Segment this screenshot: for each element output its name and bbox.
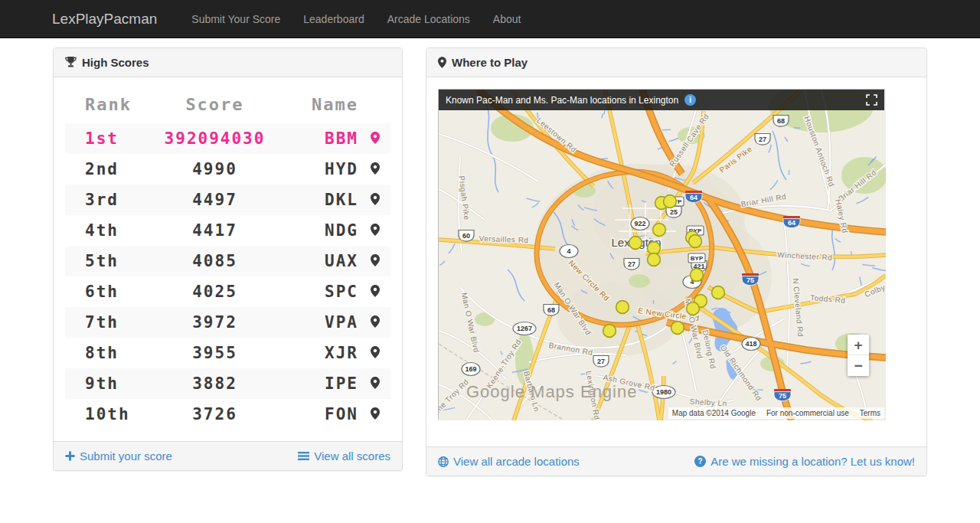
score-value: 392094030: [150, 123, 280, 154]
score-rank: 5th: [65, 246, 150, 276]
question-icon: ?: [694, 456, 706, 467]
nav-item[interactable]: Submit Your Score: [180, 0, 292, 38]
high-scores-column: High Scores Rank Score Name 1st392094030…: [41, 47, 414, 471]
score-name: FON: [280, 399, 364, 430]
map-canvas[interactable]: 6464757568276025274216827922444181267169…: [439, 90, 886, 420]
score-row: 8th3955XJR: [65, 338, 390, 368]
high-scores-body: Rank Score Name 1st392094030BBM2nd4990HY…: [54, 77, 402, 441]
svg-text:68: 68: [777, 117, 785, 125]
score-location-pin[interactable]: [371, 224, 380, 236]
arcade-location-marker[interactable]: [653, 224, 666, 237]
score-location-pin[interactable]: [371, 285, 380, 297]
arcade-location-marker[interactable]: [648, 253, 661, 266]
score-location-pin[interactable]: [371, 346, 380, 358]
svg-text:27: 27: [597, 358, 605, 365]
route-shield-27: 27: [593, 356, 609, 368]
score-rank: 8th: [65, 338, 150, 368]
score-row: 6th4025SPC: [65, 276, 390, 307]
arcade-location-marker[interactable]: [671, 322, 684, 335]
arcade-location-marker[interactable]: [629, 237, 642, 250]
score-value: 4025: [150, 276, 280, 307]
svg-text:418: 418: [745, 340, 756, 348]
route-shield-60: 60: [459, 230, 474, 242]
map-title-bar: Known Pac-Man and Ms. Pac-Man locations …: [439, 90, 884, 110]
score-name: BBM: [280, 123, 364, 154]
score-name: SPC: [280, 276, 364, 307]
score-value: 4417: [150, 215, 280, 246]
score-row: 9th3882IPE: [65, 368, 390, 399]
view-all-scores-link[interactable]: View all scores: [298, 449, 390, 463]
list-icon: [298, 451, 309, 461]
score-row: 3rd4497DKL: [65, 185, 390, 215]
arcade-location-marker[interactable]: [616, 301, 629, 314]
svg-text:60: 60: [462, 232, 470, 240]
arcade-location-marker[interactable]: [687, 302, 700, 315]
map-terms-link[interactable]: Terms: [860, 409, 880, 417]
view-locations-link[interactable]: View all arcade locations: [438, 455, 580, 468]
svg-text:?: ?: [698, 457, 703, 466]
high-scores-heading: High Scores: [54, 48, 402, 77]
arcade-location-marker[interactable]: [664, 195, 677, 208]
route-shield-418: 418: [742, 338, 760, 351]
arcade-location-marker[interactable]: [689, 235, 702, 248]
score-rank: 10th: [65, 399, 150, 430]
score-rank: 6th: [65, 276, 150, 307]
score-location-pin[interactable]: [371, 132, 380, 144]
missing-location-link[interactable]: ? Are we missing a location? Let us know…: [694, 455, 915, 468]
google-map[interactable]: 6464757568276025274216827922444181267169…: [438, 89, 885, 420]
map-marker-icon: [438, 57, 446, 68]
score-name: XJR: [280, 338, 364, 368]
brand-link[interactable]: LexPlayPacman: [52, 11, 157, 28]
where-to-play-panel: Where to Play 64647575682760252742168279…: [426, 47, 927, 476]
arcade-location-marker[interactable]: [712, 286, 725, 299]
map-watermark: Google Maps Engine: [466, 382, 637, 402]
zoom-out-button[interactable]: −: [848, 355, 869, 376]
score-rank: 3rd: [65, 185, 150, 215]
arcade-location-marker[interactable]: [603, 325, 616, 338]
score-location-pin[interactable]: [371, 193, 380, 205]
high-scores-footer: Submit your score View all scores: [54, 441, 402, 470]
svg-text:25: 25: [670, 208, 678, 216]
trophy-icon: [65, 57, 77, 68]
route-shield-1980: 1980: [652, 386, 675, 399]
score-row: 10th3726FON: [65, 399, 390, 430]
high-scores-table: Rank Score Name 1st392094030BBM2nd4990HY…: [65, 89, 390, 430]
score-location-pin[interactable]: [371, 377, 380, 389]
nav-item[interactable]: Leaderboard: [292, 0, 375, 38]
route-shield-75: 75: [742, 273, 759, 286]
zoom-in-button[interactable]: +: [848, 335, 869, 355]
where-to-play-footer: View all arcade locations ? Are we missi…: [426, 446, 926, 476]
submit-score-link[interactable]: Submit your score: [65, 449, 172, 463]
svg-text:75: 75: [746, 276, 754, 284]
score-location-pin[interactable]: [371, 407, 380, 420]
route-shield-169: 169: [462, 363, 480, 376]
nav-item[interactable]: About: [482, 0, 533, 38]
svg-text:1267: 1267: [517, 325, 532, 332]
arcade-location-marker[interactable]: [691, 269, 704, 282]
score-rank: 4th: [65, 215, 150, 246]
score-location-pin[interactable]: [371, 254, 380, 266]
route-shield-64: 64: [685, 191, 702, 203]
nav-item[interactable]: Arcade Locations: [376, 0, 482, 38]
where-to-play-body: 6464757568276025274216827922444181267169…: [426, 77, 926, 446]
score-row: 4th4417NDG: [65, 215, 390, 246]
fullscreen-icon[interactable]: [866, 94, 877, 106]
svg-text:27: 27: [628, 260, 635, 268]
score-value: 4990: [150, 154, 280, 185]
main-container: High Scores Rank Score Name 1st392094030…: [41, 47, 939, 476]
score-value: 4497: [150, 185, 280, 215]
route-shield-64: 64: [783, 216, 800, 228]
zoom-control: + −: [848, 335, 869, 376]
map-title: Known Pac-Man and Ms. Pac-Man locations …: [446, 95, 678, 106]
svg-text:75: 75: [779, 392, 786, 400]
score-location-pin[interactable]: [371, 162, 380, 175]
score-location-pin[interactable]: [371, 315, 380, 328]
score-rank: 7th: [65, 307, 150, 338]
where-to-play-heading: Where to Play: [426, 48, 926, 77]
high-scores-panel: High Scores Rank Score Name 1st392094030…: [53, 47, 403, 471]
svg-text:169: 169: [465, 365, 476, 373]
globe-icon: [438, 456, 449, 467]
info-icon[interactable]: i: [684, 94, 696, 106]
score-name: NDG: [280, 215, 364, 246]
map-data-credit: Map data ©2014 Google: [672, 409, 756, 417]
